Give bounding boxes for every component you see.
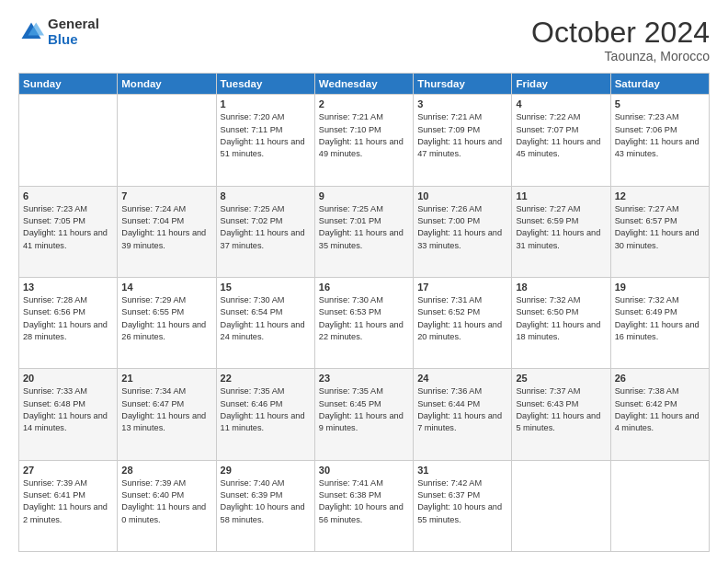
day-number: 23 xyxy=(319,373,409,384)
calendar-table: SundayMondayTuesdayWednesdayThursdayFrid… xyxy=(18,73,710,552)
calendar-cell: 4Sunrise: 7:22 AMSunset: 7:07 PMDaylight… xyxy=(512,95,610,186)
logo-text: General Blue xyxy=(48,17,99,47)
calendar-cell: 25Sunrise: 7:37 AMSunset: 6:43 PMDayligh… xyxy=(512,369,610,460)
day-number: 15 xyxy=(221,282,311,293)
col-header-friday: Friday xyxy=(512,74,610,95)
day-info: Sunrise: 7:26 AMSunset: 7:00 PMDaylight:… xyxy=(417,203,507,252)
day-info: Sunrise: 7:31 AMSunset: 6:52 PMDaylight:… xyxy=(417,294,507,343)
day-number: 30 xyxy=(319,465,409,476)
day-info: Sunrise: 7:35 AMSunset: 6:45 PMDaylight:… xyxy=(319,385,409,434)
calendar-cell: 10Sunrise: 7:26 AMSunset: 7:00 PMDayligh… xyxy=(414,186,512,277)
calendar-cell xyxy=(118,95,216,186)
day-info: Sunrise: 7:36 AMSunset: 6:44 PMDaylight:… xyxy=(417,385,507,434)
title-block: October 2024 Taounza, Morocco xyxy=(531,17,710,63)
calendar-cell: 5Sunrise: 7:23 AMSunset: 7:06 PMDaylight… xyxy=(610,95,709,186)
day-number: 26 xyxy=(615,373,705,384)
calendar-cell: 21Sunrise: 7:34 AMSunset: 6:47 PMDayligh… xyxy=(118,369,216,460)
page: General Blue October 2024 Taounza, Moroc… xyxy=(0,0,728,563)
day-number: 24 xyxy=(417,373,507,384)
calendar-cell: 28Sunrise: 7:39 AMSunset: 6:40 PMDayligh… xyxy=(118,460,216,551)
day-info: Sunrise: 7:23 AMSunset: 7:05 PMDaylight:… xyxy=(23,203,113,252)
day-number: 21 xyxy=(121,373,211,384)
day-info: Sunrise: 7:25 AMSunset: 7:01 PMDaylight:… xyxy=(319,203,409,252)
day-number: 19 xyxy=(615,282,705,293)
day-number: 6 xyxy=(23,190,113,201)
day-info: Sunrise: 7:25 AMSunset: 7:02 PMDaylight:… xyxy=(221,203,311,252)
day-number: 18 xyxy=(516,282,606,293)
day-number: 11 xyxy=(516,190,606,201)
calendar-cell: 2Sunrise: 7:21 AMSunset: 7:10 PMDaylight… xyxy=(314,95,413,186)
day-info: Sunrise: 7:39 AMSunset: 6:40 PMDaylight:… xyxy=(121,477,211,526)
col-header-sunday: Sunday xyxy=(19,74,118,95)
day-info: Sunrise: 7:41 AMSunset: 6:38 PMDaylight:… xyxy=(319,477,409,526)
day-number: 9 xyxy=(319,190,409,201)
day-info: Sunrise: 7:32 AMSunset: 6:50 PMDaylight:… xyxy=(516,294,606,343)
day-info: Sunrise: 7:32 AMSunset: 6:49 PMDaylight:… xyxy=(615,294,705,343)
day-info: Sunrise: 7:30 AMSunset: 6:53 PMDaylight:… xyxy=(319,294,409,343)
calendar-cell: 19Sunrise: 7:32 AMSunset: 6:49 PMDayligh… xyxy=(610,277,709,368)
calendar-cell: 7Sunrise: 7:24 AMSunset: 7:04 PMDaylight… xyxy=(118,186,216,277)
day-info: Sunrise: 7:33 AMSunset: 6:48 PMDaylight:… xyxy=(23,385,113,434)
day-info: Sunrise: 7:39 AMSunset: 6:41 PMDaylight:… xyxy=(23,477,113,526)
calendar-cell: 9Sunrise: 7:25 AMSunset: 7:01 PMDaylight… xyxy=(314,186,413,277)
day-info: Sunrise: 7:34 AMSunset: 6:47 PMDaylight:… xyxy=(121,385,211,434)
day-number: 27 xyxy=(23,465,113,476)
calendar-cell: 31Sunrise: 7:42 AMSunset: 6:37 PMDayligh… xyxy=(414,460,512,551)
calendar-cell: 29Sunrise: 7:40 AMSunset: 6:39 PMDayligh… xyxy=(216,460,314,551)
day-number: 2 xyxy=(319,98,409,109)
calendar-cell: 3Sunrise: 7:21 AMSunset: 7:09 PMDaylight… xyxy=(414,95,512,186)
logo: General Blue xyxy=(18,17,99,47)
day-number: 22 xyxy=(221,373,311,384)
location-subtitle: Taounza, Morocco xyxy=(531,49,710,63)
calendar-cell: 16Sunrise: 7:30 AMSunset: 6:53 PMDayligh… xyxy=(314,277,413,368)
logo-icon xyxy=(18,19,44,45)
calendar-cell: 6Sunrise: 7:23 AMSunset: 7:05 PMDaylight… xyxy=(19,186,118,277)
day-info: Sunrise: 7:35 AMSunset: 6:46 PMDaylight:… xyxy=(221,385,311,434)
day-info: Sunrise: 7:21 AMSunset: 7:10 PMDaylight:… xyxy=(319,111,409,160)
col-header-wednesday: Wednesday xyxy=(314,74,413,95)
calendar-cell: 27Sunrise: 7:39 AMSunset: 6:41 PMDayligh… xyxy=(19,460,118,551)
day-number: 5 xyxy=(615,98,705,109)
day-number: 10 xyxy=(417,190,507,201)
calendar-cell: 20Sunrise: 7:33 AMSunset: 6:48 PMDayligh… xyxy=(19,369,118,460)
calendar-cell: 24Sunrise: 7:36 AMSunset: 6:44 PMDayligh… xyxy=(414,369,512,460)
calendar-cell: 13Sunrise: 7:28 AMSunset: 6:56 PMDayligh… xyxy=(19,277,118,368)
header: General Blue October 2024 Taounza, Moroc… xyxy=(18,17,710,63)
calendar-cell: 15Sunrise: 7:30 AMSunset: 6:54 PMDayligh… xyxy=(216,277,314,368)
day-info: Sunrise: 7:24 AMSunset: 7:04 PMDaylight:… xyxy=(121,203,211,252)
calendar-cell: 22Sunrise: 7:35 AMSunset: 6:46 PMDayligh… xyxy=(216,369,314,460)
col-header-tuesday: Tuesday xyxy=(216,74,314,95)
calendar-cell: 12Sunrise: 7:27 AMSunset: 6:57 PMDayligh… xyxy=(610,186,709,277)
calendar-cell: 30Sunrise: 7:41 AMSunset: 6:38 PMDayligh… xyxy=(314,460,413,551)
day-info: Sunrise: 7:37 AMSunset: 6:43 PMDaylight:… xyxy=(516,385,606,434)
day-number: 3 xyxy=(417,98,507,109)
day-number: 7 xyxy=(121,190,211,201)
day-info: Sunrise: 7:42 AMSunset: 6:37 PMDaylight:… xyxy=(417,477,507,526)
day-info: Sunrise: 7:29 AMSunset: 6:55 PMDaylight:… xyxy=(121,294,211,343)
day-number: 31 xyxy=(417,465,507,476)
calendar-cell: 23Sunrise: 7:35 AMSunset: 6:45 PMDayligh… xyxy=(314,369,413,460)
day-info: Sunrise: 7:38 AMSunset: 6:42 PMDaylight:… xyxy=(615,385,705,434)
day-number: 8 xyxy=(221,190,311,201)
day-number: 13 xyxy=(23,282,113,293)
calendar-cell: 8Sunrise: 7:25 AMSunset: 7:02 PMDaylight… xyxy=(216,186,314,277)
day-number: 20 xyxy=(23,373,113,384)
col-header-monday: Monday xyxy=(118,74,216,95)
calendar-cell: 11Sunrise: 7:27 AMSunset: 6:59 PMDayligh… xyxy=(512,186,610,277)
calendar-cell: 26Sunrise: 7:38 AMSunset: 6:42 PMDayligh… xyxy=(610,369,709,460)
day-info: Sunrise: 7:20 AMSunset: 7:11 PMDaylight:… xyxy=(221,111,311,160)
day-info: Sunrise: 7:23 AMSunset: 7:06 PMDaylight:… xyxy=(615,111,705,160)
day-number: 17 xyxy=(417,282,507,293)
calendar-cell: 1Sunrise: 7:20 AMSunset: 7:11 PMDaylight… xyxy=(216,95,314,186)
calendar-cell: 18Sunrise: 7:32 AMSunset: 6:50 PMDayligh… xyxy=(512,277,610,368)
calendar-cell xyxy=(19,95,118,186)
calendar-cell xyxy=(512,460,610,551)
day-info: Sunrise: 7:28 AMSunset: 6:56 PMDaylight:… xyxy=(23,294,113,343)
day-number: 25 xyxy=(516,373,606,384)
day-number: 12 xyxy=(615,190,705,201)
day-number: 28 xyxy=(121,465,211,476)
day-number: 16 xyxy=(319,282,409,293)
day-number: 14 xyxy=(121,282,211,293)
day-info: Sunrise: 7:40 AMSunset: 6:39 PMDaylight:… xyxy=(221,477,311,526)
day-info: Sunrise: 7:30 AMSunset: 6:54 PMDaylight:… xyxy=(221,294,311,343)
